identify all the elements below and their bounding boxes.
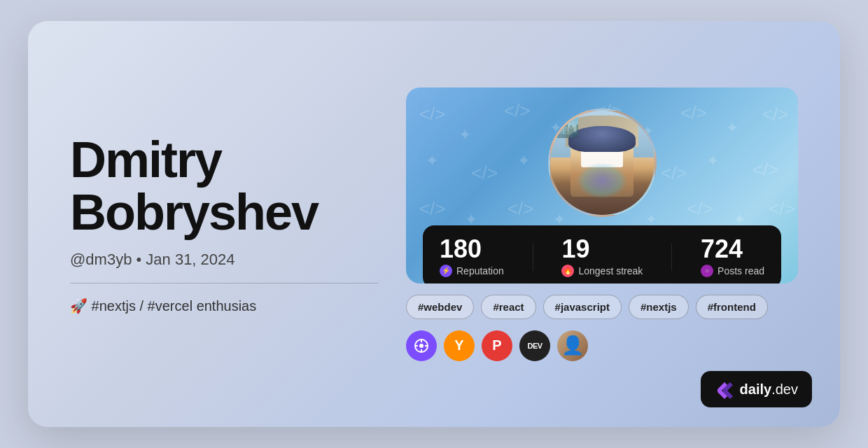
user-handle: @dm3yb • Jan 31, 2024 bbox=[70, 251, 378, 269]
stat-reputation: 180 ⚡ Reputation bbox=[440, 237, 504, 277]
avatar-photo bbox=[550, 111, 654, 215]
daily-dev-logo-icon bbox=[715, 379, 734, 399]
streak-value: 19 bbox=[561, 237, 589, 262]
social-icon-dev[interactable]: DEV bbox=[519, 330, 550, 361]
tag-nextjs[interactable]: #nextjs bbox=[629, 295, 689, 319]
stats-bar: 180 ⚡ Reputation 19 🔥 Longest streak bbox=[423, 225, 781, 284]
avatar bbox=[548, 108, 657, 217]
tag-javascript[interactable]: #javascript bbox=[543, 295, 622, 319]
left-section: Dmitry Bobryshev @dm3yb • Jan 31, 2024 🚀… bbox=[70, 134, 406, 315]
tags-section: #webdev #react #javascript #nextjs #fron… bbox=[406, 295, 798, 319]
profile-hero-card: </> ✦ </> ✦ </> ✦ </> ✦ </> ✦ </> ✦ </> … bbox=[406, 88, 798, 284]
social-icon-y[interactable]: Y bbox=[444, 330, 475, 361]
stat-streak: 19 🔥 Longest streak bbox=[561, 237, 643, 277]
right-section: </> ✦ </> ✦ </> ✦ </> ✦ </> ✦ </> ✦ </> … bbox=[406, 88, 798, 361]
reputation-label: ⚡ Reputation bbox=[440, 265, 504, 277]
tag-frontend[interactable]: #frontend bbox=[696, 295, 768, 319]
stat-posts: 724 ○ Posts read bbox=[701, 237, 764, 277]
tag-webdev[interactable]: #webdev bbox=[406, 295, 474, 319]
tag-react[interactable]: #react bbox=[481, 295, 536, 319]
avatar-glow bbox=[576, 162, 629, 199]
stat-divider-2 bbox=[671, 243, 672, 271]
avatar-wrapper bbox=[423, 102, 781, 217]
social-icons-row: Y P DEV 👤 bbox=[406, 330, 798, 361]
reputation-value: 180 bbox=[440, 237, 482, 262]
stat-divider-1 bbox=[533, 243, 533, 271]
streak-icon: 🔥 bbox=[561, 265, 574, 277]
social-icon-crosshair[interactable] bbox=[406, 330, 437, 361]
divider bbox=[70, 283, 378, 284]
posts-label: ○ Posts read bbox=[701, 265, 764, 277]
branding-text: daily.dev bbox=[740, 382, 798, 398]
branding-badge: daily.dev bbox=[701, 371, 812, 407]
social-icon-profile[interactable]: 👤 bbox=[557, 330, 588, 361]
posts-value: 724 bbox=[701, 237, 743, 262]
reputation-icon: ⚡ bbox=[440, 265, 452, 277]
user-bio: 🚀 #nextjs / #vercel enthusias bbox=[70, 298, 378, 314]
user-name: Dmitry Bobryshev bbox=[70, 134, 378, 239]
social-icon-p[interactable]: P bbox=[482, 330, 512, 361]
streak-label: 🔥 Longest streak bbox=[561, 265, 643, 277]
svg-point-27 bbox=[419, 344, 424, 348]
posts-icon: ○ bbox=[701, 265, 713, 277]
profile-card: Dmitry Bobryshev @dm3yb • Jan 31, 2024 🚀… bbox=[28, 21, 840, 427]
